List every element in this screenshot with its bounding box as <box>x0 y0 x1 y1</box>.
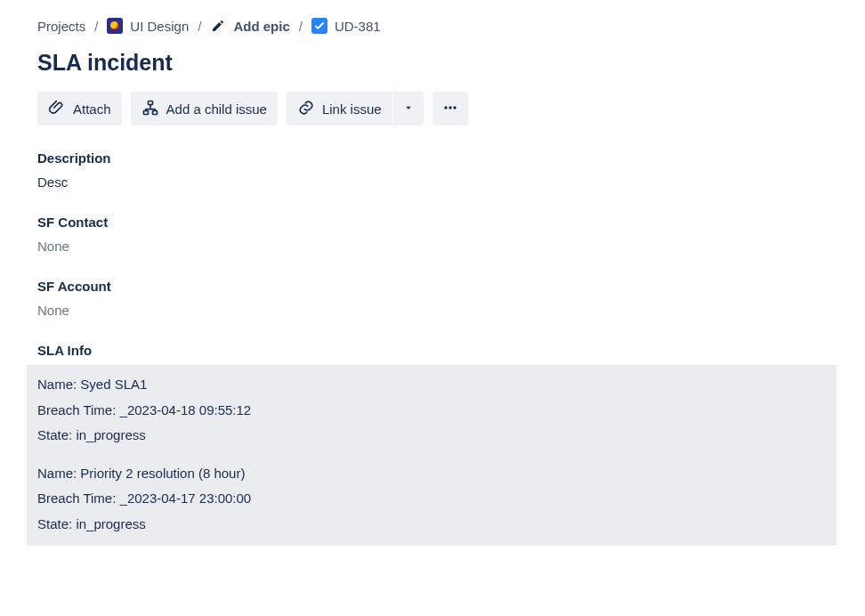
more-actions-button[interactable] <box>432 92 468 126</box>
breadcrumb-separator: / <box>94 19 98 34</box>
link-issue-button[interactable]: Link issue <box>287 92 392 126</box>
sf-contact-section: SF Contact None <box>37 215 828 254</box>
svg-rect-2 <box>143 110 148 114</box>
breadcrumb-project-label: UI Design <box>130 19 189 34</box>
sf-account-value[interactable]: None <box>37 303 828 318</box>
sla-breach-label: Breach Time: <box>37 402 116 417</box>
sla-entry: Name: Priority 2 resolution (8 hour) Bre… <box>37 461 826 538</box>
sla-state-label: State: <box>37 516 72 531</box>
description-section: Description Desc <box>37 150 828 190</box>
chevron-down-icon <box>402 101 415 117</box>
sf-contact-value[interactable]: None <box>37 239 828 254</box>
child-issue-icon <box>141 99 159 119</box>
sla-breach-value: _2023-04-17 23:00:00 <box>120 490 252 506</box>
paperclip-icon <box>48 99 66 119</box>
link-issue-label: Link issue <box>322 101 382 117</box>
add-child-issue-button[interactable]: Add a child issue <box>131 92 278 126</box>
sla-name-label: Name: <box>37 377 77 392</box>
sla-name-label: Name: <box>37 466 77 481</box>
sla-breach-value: _2023-04-18 09:55:12 <box>120 402 252 417</box>
link-issue-dropdown-button[interactable] <box>393 92 424 126</box>
breadcrumb-projects[interactable]: Projects <box>37 19 85 34</box>
attach-button[interactable]: Attach <box>37 92 122 126</box>
page-title: SLA incident <box>37 50 828 76</box>
breadcrumb-issue[interactable]: UD-381 <box>311 18 381 34</box>
sla-breach-label: Breach Time: <box>37 490 116 506</box>
attach-label: Attach <box>73 101 111 117</box>
sf-contact-label: SF Contact <box>37 215 828 230</box>
svg-point-4 <box>444 106 447 109</box>
sla-state-value: in_progress <box>76 516 145 531</box>
sla-entry: Name: Syed SLA1 Breach Time: _2023-04-18… <box>37 372 826 449</box>
sf-account-label: SF Account <box>37 279 828 294</box>
more-icon <box>441 99 459 119</box>
link-icon <box>297 99 315 119</box>
description-label: Description <box>37 150 828 166</box>
sf-account-section: SF Account None <box>37 279 828 318</box>
sla-state-value: in_progress <box>76 427 145 442</box>
breadcrumb-issue-label: UD-381 <box>335 19 381 34</box>
sla-state-label: State: <box>37 427 72 442</box>
svg-rect-3 <box>152 110 157 114</box>
sla-info-section: SLA Info Name: Syed SLA1 Breach Time: _2… <box>27 343 837 546</box>
breadcrumb-add-epic-label: Add epic <box>233 19 289 34</box>
sla-info-panel: Name: Syed SLA1 Breach Time: _2023-04-18… <box>27 365 837 546</box>
issue-actions: Attach Add a child issue Link issue <box>37 92 828 126</box>
task-icon <box>311 18 327 34</box>
breadcrumb: Projects / UI Design / Add epic / UD-381 <box>37 18 828 34</box>
sla-info-label: SLA Info <box>27 343 837 365</box>
breadcrumb-add-epic[interactable]: Add epic <box>210 18 289 34</box>
sla-name-value: Priority 2 resolution (8 hour) <box>80 466 245 481</box>
breadcrumb-project[interactable]: UI Design <box>107 18 189 34</box>
breadcrumb-separator: / <box>198 19 201 34</box>
pencil-icon <box>210 18 226 34</box>
svg-point-6 <box>453 106 456 109</box>
description-value[interactable]: Desc <box>37 174 828 190</box>
svg-point-5 <box>449 106 451 109</box>
sla-name-value: Syed SLA1 <box>80 377 147 392</box>
add-child-label: Add a child issue <box>166 101 267 117</box>
svg-rect-1 <box>148 101 152 104</box>
breadcrumb-separator: / <box>299 19 303 34</box>
project-avatar-icon <box>107 18 123 34</box>
